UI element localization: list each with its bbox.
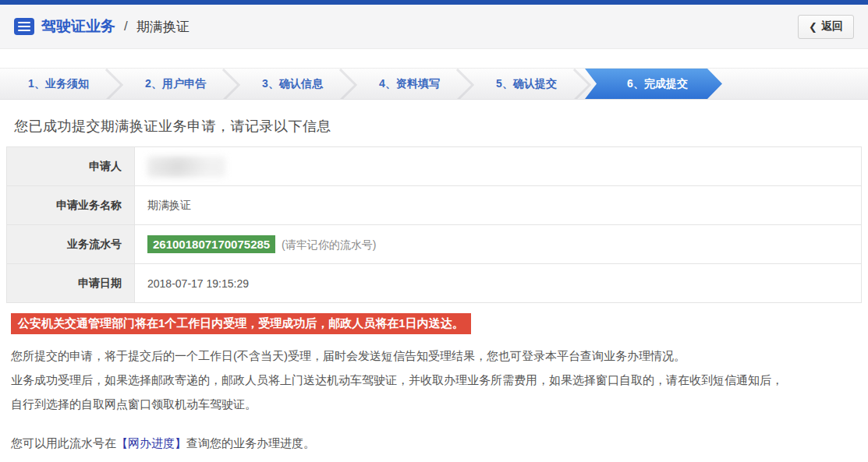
table-row-applicant: 申请人 — [7, 147, 862, 186]
page-title-primary: 驾驶证业务 — [41, 16, 115, 37]
step-tab-3: 3、确认信息 — [234, 69, 351, 99]
table-row-serial-number: 业务流水号 261001807170075285 (请牢记你的流水号) — [7, 225, 862, 264]
serial-number-badge: 261001807170075285 — [147, 235, 275, 253]
breadcrumb: 驾驶证业务 / 期满换证 — [14, 16, 190, 37]
page-header: 驾驶证业务 / 期满换证 ❮ 返回 — [0, 5, 868, 49]
page-title-secondary: 期满换证 — [136, 18, 190, 36]
step-tab-2: 2、用户申告 — [117, 69, 234, 99]
instruction-line-1: 您所提交的申请，将于提交后的一个工作日(不含当天)受理，届时会发送短信告知受理结… — [11, 344, 862, 368]
row-label: 申请业务名称 — [7, 186, 135, 225]
progress-note-prefix: 您可以用此流水号在 — [11, 436, 116, 450]
step-tab-2-label: 2、用户申告 — [145, 77, 206, 91]
success-message: 您已成功提交期满换证业务申请，请记录以下信息 — [14, 117, 862, 136]
chevron-left-icon: ❮ — [809, 21, 817, 33]
row-label: 申请日期 — [7, 264, 135, 303]
instructions: 您所提交的申请，将于提交后的一个工作日(不含当天)受理，届时会发送短信告知受理结… — [11, 344, 862, 416]
table-row-business-name: 申请业务名称 期满换证 — [7, 186, 862, 225]
row-label: 业务流水号 — [7, 225, 135, 264]
online-progress-link[interactable]: 【网办进度】 — [116, 436, 186, 450]
row-value — [135, 147, 862, 186]
progress-query-note: 您可以用此流水号在【网办进度】查询您的业务办理进度。 — [11, 436, 862, 451]
step-tab-5: 5、确认提交 — [468, 69, 585, 99]
step-tab-6-active: 6、完成提交 — [585, 69, 722, 99]
step-tab-6-label: 6、完成提交 — [627, 77, 688, 91]
applicant-name-redacted — [147, 157, 225, 177]
instruction-line-2: 业务成功受理后，如果选择邮政寄递的，邮政人员将上门送达机动车驾驶证，并收取办理业… — [11, 368, 862, 392]
row-value: 期满换证 — [135, 186, 862, 225]
step-tab-3-label: 3、确认信息 — [262, 77, 323, 91]
step-progress-bar: 1、业务须知 2、用户申告 3、确认信息 4、资料填写 5、确认提交 6、完成提… — [0, 68, 868, 100]
instruction-line-3: 自行到选择的自取网点窗口领取机动车驾驶证。 — [11, 392, 862, 416]
progress-note-suffix: 查询您的业务办理进度。 — [186, 436, 315, 450]
row-value: 261001807170075285 (请牢记你的流水号) — [135, 225, 862, 264]
step-tab-4-label: 4、资料填写 — [379, 77, 440, 91]
step-tab-1-label: 1、业务须知 — [28, 77, 89, 91]
list-icon — [14, 18, 34, 35]
breadcrumb-separator: / — [122, 19, 129, 34]
back-button[interactable]: ❮ 返回 — [798, 15, 854, 39]
application-info-table: 申请人 申请业务名称 期满换证 业务流水号 261001807170075285… — [6, 146, 862, 303]
step-tab-5-label: 5、确认提交 — [496, 77, 557, 91]
row-label: 申请人 — [7, 147, 135, 186]
back-button-label: 返回 — [821, 19, 843, 34]
serial-number-note: (请牢记你的流水号) — [282, 238, 376, 251]
main-content: 您已成功提交期满换证业务申请，请记录以下信息 申请人 申请业务名称 期满换证 业… — [0, 117, 868, 451]
table-row-apply-date: 申请日期 2018-07-17 19:15:29 — [7, 264, 862, 303]
step-tab-4: 4、资料填写 — [351, 69, 468, 99]
processing-alert-banner: 公安机关交通管理部门将在1个工作日内受理，受理成功后，邮政人员将在1日内送达。 — [11, 313, 471, 334]
row-value: 2018-07-17 19:15:29 — [135, 264, 862, 303]
step-tab-1: 1、业务须知 — [0, 69, 117, 99]
